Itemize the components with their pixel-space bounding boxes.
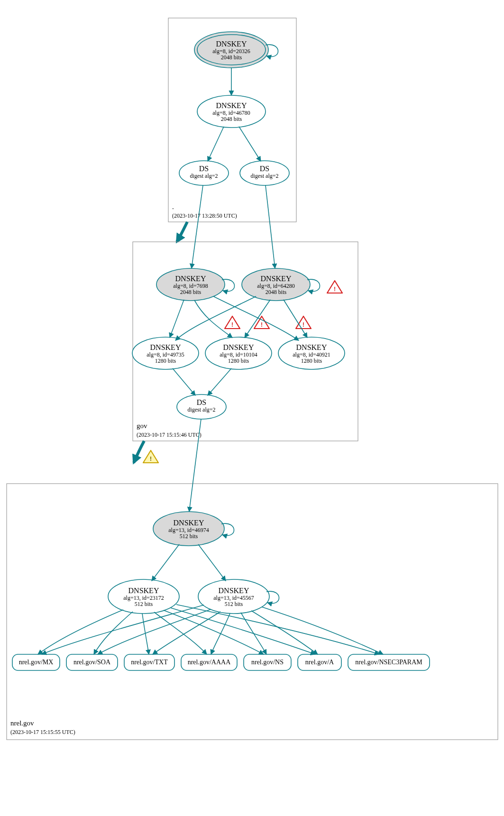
svg-text:512 bits: 512 bits [225, 601, 243, 607]
svg-text:DNSKEY: DNSKEY [296, 343, 327, 351]
svg-text:alg=8, id=49735: alg=8, id=49735 [147, 351, 184, 358]
svg-text:2048 bits: 2048 bits [180, 289, 202, 295]
svg-text:alg=8, id=40921: alg=8, id=40921 [293, 351, 330, 358]
svg-text:digest alg=2: digest alg=2 [190, 173, 218, 179]
svg-text:DNSKEY: DNSKEY [223, 343, 254, 351]
svg-text:1280 bits: 1280 bits [155, 358, 176, 364]
svg-text:1280 bits: 1280 bits [301, 358, 322, 364]
svg-text:nrel.gov/MX: nrel.gov/MX [19, 659, 54, 666]
warning-icon-delegation-nrel: ! [143, 450, 158, 463]
svg-text:!: ! [334, 286, 336, 293]
svg-text:1280 bits: 1280 bits [228, 358, 249, 364]
edge-ds1-to-gov-ksk1 [192, 185, 203, 268]
svg-text:!: ! [261, 321, 263, 328]
zone-nrel-timestamp: (2023-10-17 15:15:55 UTC) [10, 729, 75, 735]
svg-text:nrel.gov/NSEC3PARAM: nrel.gov/NSEC3PARAM [355, 659, 422, 666]
svg-text:DS: DS [197, 398, 206, 406]
node-gov-zsk2: DNSKEY alg=8, id=10104 1280 bits [205, 337, 272, 369]
node-root-ds1: DS digest alg=2 [179, 161, 229, 185]
svg-text:DNSKEY: DNSKEY [219, 587, 249, 595]
node-gov-zsk3: DNSKEY alg=8, id=40921 1280 bits [278, 337, 345, 369]
svg-text:2048 bits: 2048 bits [221, 54, 242, 61]
svg-text:digest alg=2: digest alg=2 [250, 173, 278, 179]
svg-text:DNSKEY: DNSKEY [174, 519, 204, 527]
svg-text:DNSKEY: DNSKEY [128, 587, 159, 595]
svg-text:DNSKEY: DNSKEY [261, 275, 292, 283]
svg-text:!: ! [302, 321, 304, 328]
edge-root-zsk-to-ds1 [208, 127, 224, 161]
zone-root-name: . [172, 203, 174, 211]
svg-text:alg=8, id=20326: alg=8, id=20326 [212, 48, 250, 55]
svg-text:alg=13, id=23172: alg=13, id=23172 [123, 595, 164, 601]
svg-text:alg=8, id=64280: alg=8, id=64280 [257, 283, 295, 289]
warning-icon-gov-ksk2: ! [327, 281, 342, 293]
zone-nrel-name: nrel.gov [10, 719, 34, 727]
svg-text:alg=8, id=10104: alg=8, id=10104 [220, 351, 257, 358]
zone-root-timestamp: (2023-10-17 13:28:50 UTC) [172, 212, 237, 219]
node-root-zsk: DNSKEY alg=8, id=46780 2048 bits [197, 95, 266, 128]
svg-text:alg=8, id=46780: alg=8, id=46780 [212, 110, 250, 116]
edge-delegation-root-to-gov [177, 222, 187, 242]
node-gov-ksk2: DNSKEY alg=8, id=64280 2048 bits [242, 268, 320, 301]
edge-delegation-gov-to-nrel [134, 441, 144, 463]
svg-text:DNSKEY: DNSKEY [150, 343, 181, 351]
zone-gov-name: gov [137, 422, 147, 430]
node-root-ksk: DNSKEY alg=8, id=20326 2048 bits [194, 32, 278, 68]
svg-text:digest alg=2: digest alg=2 [187, 406, 215, 413]
svg-text:DNSKEY: DNSKEY [216, 40, 247, 48]
edge-gov-zsk2-to-ds [208, 368, 231, 395]
node-root-ds2: DS digest alg=2 [240, 161, 289, 185]
svg-text:DS: DS [199, 165, 209, 173]
rr-nodes: nrel.gov/MX nrel.gov/SOA nrel.gov/TXT nr… [12, 654, 430, 670]
svg-text:nrel.gov/SOA: nrel.gov/SOA [73, 659, 111, 666]
svg-text:nrel.gov/AAAA: nrel.gov/AAAA [188, 659, 231, 666]
svg-text:!: ! [231, 321, 233, 328]
svg-text:alg=8, id=7698: alg=8, id=7698 [173, 283, 208, 289]
edge-gov-zsk1-to-ds [173, 368, 195, 395]
node-gov-ksk1: DNSKEY alg=8, id=7698 2048 bits [156, 268, 235, 301]
zone-gov-timestamp: (2023-10-17 15:15:46 UTC) [137, 431, 202, 438]
svg-text:DNSKEY: DNSKEY [175, 275, 206, 283]
svg-text:2048 bits: 2048 bits [266, 289, 287, 295]
svg-text:!: ! [150, 456, 152, 462]
svg-text:DS: DS [260, 165, 269, 173]
svg-text:nrel.gov/TXT: nrel.gov/TXT [131, 659, 168, 666]
dnssec-diagram: . (2023-10-17 13:28:50 UTC) DNSKEY alg=8… [0, 0, 504, 816]
svg-text:DNSKEY: DNSKEY [216, 101, 247, 110]
svg-text:alg=13, id=46974: alg=13, id=46974 [168, 527, 209, 533]
svg-text:512 bits: 512 bits [135, 601, 153, 607]
svg-text:nrel.gov/NS: nrel.gov/NS [251, 659, 284, 666]
svg-text:alg=13, id=45567: alg=13, id=45567 [213, 595, 254, 601]
node-gov-zsk1: DNSKEY alg=8, id=49735 1280 bits [132, 337, 199, 369]
warning-icon-gov-zsk2: ! [225, 316, 240, 329]
edge-root-zsk-to-ds2 [239, 127, 261, 161]
svg-text:nrel.gov/A: nrel.gov/A [305, 659, 334, 666]
node-nrel-zsk1: DNSKEY alg=13, id=23172 512 bits [108, 579, 179, 614]
svg-text:2048 bits: 2048 bits [221, 116, 242, 122]
edge-ds2-to-gov-ksk2 [266, 185, 275, 268]
svg-text:512 bits: 512 bits [180, 533, 198, 540]
node-gov-ds: DS digest alg=2 [177, 394, 226, 419]
node-nrel-ksk: DNSKEY alg=13, id=46974 512 bits [153, 512, 234, 546]
